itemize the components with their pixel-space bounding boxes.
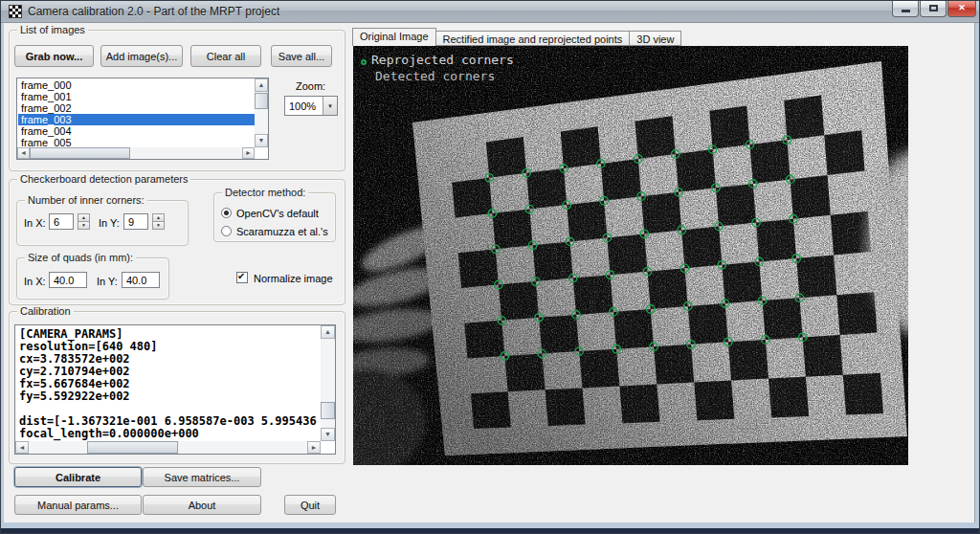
scroll-down-icon[interactable]: ▼ (255, 134, 268, 147)
list-item[interactable]: frame_003 (18, 114, 255, 125)
tab-3d-view[interactable]: 3D view (629, 31, 681, 46)
scroll-down-icon[interactable]: ▼ (321, 428, 335, 441)
calib-vscroll[interactable] (321, 325, 335, 441)
minimize-icon (902, 10, 910, 12)
corners-x-field[interactable]: 6 (49, 213, 74, 230)
list-item[interactable]: frame_005 (18, 137, 255, 147)
calib-hscroll-thumb[interactable] (87, 441, 178, 454)
list-item[interactable]: frame_004 (18, 125, 255, 137)
scroll-up-icon[interactable]: ▲ (255, 78, 268, 92)
reprojected-marker-icon (361, 59, 367, 65)
zoom-value: 100% (285, 100, 323, 112)
spin-down-icon[interactable]: ▼ (78, 221, 90, 230)
calib-vscroll-thumb[interactable] (321, 402, 335, 419)
quad-y-field[interactable]: 40.0 (122, 272, 160, 288)
radio-opencv-label: OpenCV's default (236, 208, 319, 219)
list-vscroll-thumb[interactable] (255, 93, 268, 109)
corners-y-field[interactable]: 9 (123, 213, 148, 230)
in-x-label: In X: (24, 217, 46, 229)
zoom-select[interactable]: 100% ▼ (284, 96, 338, 116)
normalize-image-label: Normalize image (254, 273, 333, 284)
save-all-button[interactable]: Save all... (271, 45, 332, 67)
normalize-image-checkbox[interactable] (236, 272, 248, 283)
zoom-label: Zoom: (296, 80, 325, 92)
spin-down-icon[interactable]: ▼ (152, 221, 165, 230)
radio-scaramuzza[interactable] (221, 226, 232, 236)
list-item[interactable]: frame_002 (18, 102, 255, 114)
calibrate-button[interactable]: Calibrate (14, 467, 142, 487)
legend-reprojected: Reprojected corners (371, 53, 514, 67)
app-checkerboard-icon (9, 5, 22, 18)
save-matrices-button[interactable]: Save matrices... (143, 467, 261, 487)
add-images-button[interactable]: Add image(s)... (100, 45, 183, 67)
clear-all-button[interactable]: Clear all (190, 45, 261, 67)
list-item[interactable]: frame_000 (18, 79, 255, 91)
chevron-down-icon[interactable]: ▼ (323, 97, 337, 115)
tab-original-image[interactable]: Original Image (352, 28, 436, 46)
minimize-button[interactable] (892, 1, 919, 17)
view-tabs: Original Image Rectified image and repro… (352, 28, 680, 46)
scroll-left-icon[interactable]: ◄ (17, 147, 30, 159)
group-label: Number of inner corners: (25, 194, 147, 206)
in-x-label: In X: (24, 276, 46, 287)
close-icon: ✕ (958, 3, 966, 12)
radio-scaramuzza-label: Scaramuzza et al.'s (236, 226, 328, 237)
scroll-right-icon[interactable]: ► (242, 147, 255, 159)
grab-now-button[interactable]: Grab now... (14, 45, 94, 67)
scroll-right-icon[interactable]: ► (307, 441, 321, 454)
in-y-label: In Y: (97, 276, 118, 287)
group-label: Calibration (17, 305, 74, 317)
close-button[interactable]: ✕ (947, 1, 976, 17)
about-button[interactable]: About (143, 495, 261, 515)
maximize-button[interactable] (920, 1, 947, 17)
calibration-output: [CAMERA_PARAMS] resolution=[640 480] cx=… (19, 328, 319, 441)
calibration-textarea[interactable]: [CAMERA_PARAMS] resolution=[640 480] cx=… (14, 324, 336, 455)
scroll-left-icon[interactable]: ◄ (15, 441, 29, 454)
group-label: Detector method: (222, 187, 308, 198)
title-bar: Camera calibration 2.0 - Part of the MRP… (1, 1, 980, 23)
list-hscroll-thumb[interactable] (30, 147, 130, 159)
group-label: Checkerboard detection parameters (17, 173, 190, 185)
list-item[interactable]: frame_001 (18, 91, 255, 102)
scroll-up-icon[interactable]: ▲ (321, 325, 335, 339)
app-window: Camera calibration 2.0 - Part of the MRP… (0, 0, 980, 534)
group-label: Size of quads (in mm): (25, 252, 136, 263)
in-y-label: In Y: (99, 217, 120, 229)
legend-detected: Detected corners (375, 69, 495, 83)
corners-x-stepper[interactable]: ▲ ▼ (78, 213, 90, 230)
corners-y-stepper[interactable]: ▲ ▼ (152, 213, 165, 230)
maximize-icon (929, 5, 938, 11)
window-frame-bottom (1, 528, 980, 534)
tab-rectified-image[interactable]: Rectified image and reprojected points (435, 31, 631, 46)
group-label: List of images (17, 24, 88, 35)
checkerboard-photo (353, 46, 908, 465)
manual-params-button[interactable]: Manual params... (14, 495, 142, 515)
quit-button[interactable]: Quit (284, 495, 336, 515)
image-list[interactable]: frame_000frame_001frame_002frame_003fram… (16, 78, 269, 160)
quad-x-field[interactable]: 40.0 (49, 272, 87, 288)
image-list-items: frame_000frame_001frame_002frame_003fram… (18, 79, 255, 147)
camera-image-view: Reprojected corners Detected corners (353, 46, 908, 465)
image-legend: Reprojected corners Detected corners (361, 52, 514, 84)
radio-opencv-default[interactable] (221, 208, 232, 218)
window-title: Camera calibration 2.0 - Part of the MRP… (28, 5, 279, 18)
